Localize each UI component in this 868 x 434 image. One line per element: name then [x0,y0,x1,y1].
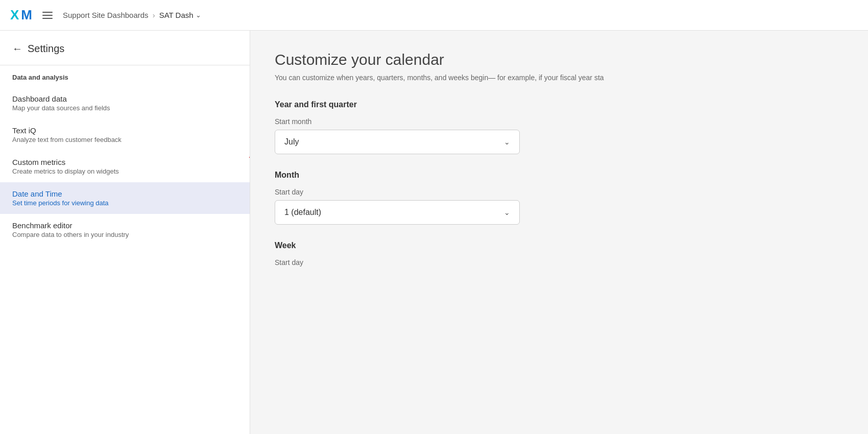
week-start-day-label: Start day [275,258,843,267]
week-heading: Week [275,241,843,250]
year-quarter-heading: Year and first quarter [275,100,843,109]
sidebar-item-date-and-time[interactable]: Date and Time Set time periods for viewi… [0,182,250,214]
main-layout: ← Settings Data and analysis Dashboard d… [0,31,868,434]
breadcrumb-separator-icon: › [153,11,155,19]
app-header: X M Support Site Dashboards › SAT Dash ⌄ [0,0,868,31]
start-day-value: 1 (default) [284,208,321,217]
sidebar-item-sub-custom-metrics: Create metrics to display on widgets [12,167,237,175]
sidebar-item-title-custom-metrics: Custom metrics [12,158,237,166]
start-day-chevron-icon: ⌄ [504,208,510,216]
hamburger-menu-button[interactable] [40,10,55,21]
breadcrumb: Support Site Dashboards › SAT Dash ⌄ [63,11,201,19]
sidebar-item-text-iq[interactable]: Text iQ Analyze text from customer feedb… [0,119,250,151]
sidebar-item-title-dashboard-data: Dashboard data [12,94,237,103]
logo-m: M [21,7,32,23]
main-content: Customize your calendar You can customiz… [250,31,868,434]
sidebar-item-sub-benchmark-editor: Compare data to others in your industry [12,231,237,238]
breadcrumb-current[interactable]: SAT Dash ⌄ [159,11,201,19]
month-section: Month Start day 1 (default) ⌄ [275,171,843,225]
sidebar-divider [0,65,250,65]
sidebar-item-benchmark-editor[interactable]: Benchmark editor Compare data to others … [0,214,250,246]
sidebar: ← Settings Data and analysis Dashboard d… [0,31,250,434]
month-heading: Month [275,171,843,180]
logo-x: X [10,7,19,23]
sidebar-section-label: Data and analysis [0,74,250,87]
sidebar-item-title-benchmark-editor: Benchmark editor [12,221,237,230]
back-arrow-icon: ← [12,43,22,55]
start-day-select[interactable]: 1 (default) ⌄ [275,200,520,225]
start-month-chevron-icon: ⌄ [504,138,510,146]
start-month-value: July [284,137,299,147]
sidebar-item-custom-metrics[interactable]: Custom metrics Create metrics to display… [0,151,250,182]
start-month-label: Start month [275,117,843,126]
logo: X M [10,7,32,23]
sidebar-item-title-text-iq: Text iQ [12,126,237,135]
settings-label: Settings [28,43,64,55]
sidebar-item-sub-text-iq: Analyze text from customer feedback [12,136,237,143]
start-month-select[interactable]: July ⌄ [275,130,520,154]
breadcrumb-chevron-icon: ⌄ [196,11,201,19]
year-quarter-section: Year and first quarter Start month July … [275,100,843,154]
sidebar-item-title-date-and-time: Date and Time [12,189,237,198]
page-description: You can customize when years, quarters, … [275,74,843,82]
sidebar-item-sub-date-and-time: Set time periods for viewing data [12,199,237,207]
page-title: Customize your calendar [275,51,843,68]
sidebar-item-sub-dashboard-data: Map your data sources and fields [12,104,237,112]
settings-back-button[interactable]: ← Settings [0,43,250,65]
week-section: Week Start day [275,241,843,267]
sidebar-item-dashboard-data[interactable]: Dashboard data Map your data sources and… [0,87,250,119]
breadcrumb-parent[interactable]: Support Site Dashboards [63,11,149,19]
start-day-label: Start day [275,188,843,196]
